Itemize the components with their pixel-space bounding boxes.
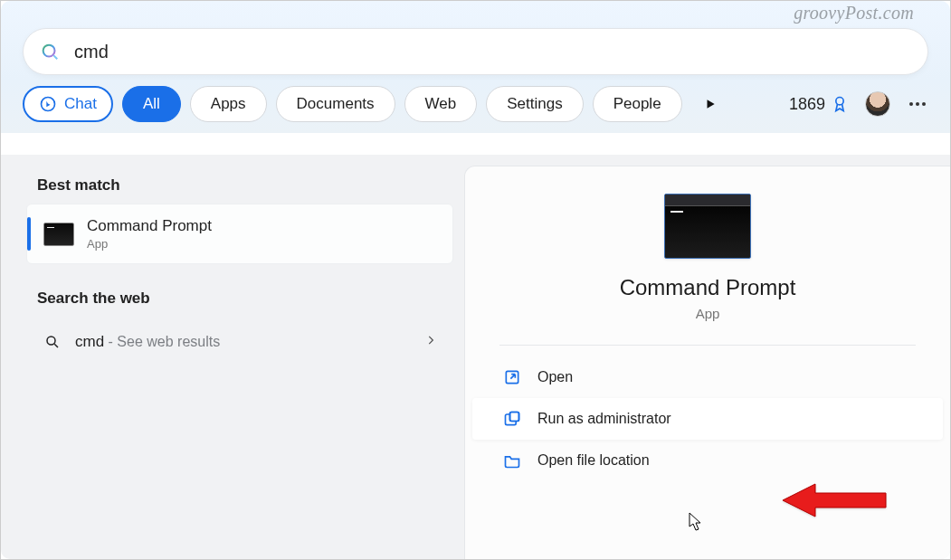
all-filter-button[interactable]: All [122,86,181,122]
folder-icon [503,451,521,470]
run-admin-action-label: Run as administrator [537,411,671,427]
search-bar[interactable] [23,28,928,75]
scroll-filters-icon[interactable] [699,92,722,116]
watermark: groovyPost.com [794,3,914,24]
annotation-arrow [779,480,888,520]
more-icon[interactable] [907,93,928,115]
open-icon [503,368,521,386]
open-file-location-label: Open file location [537,452,650,469]
best-match-heading: Best match [26,176,453,195]
web-result-row[interactable]: cmd - See web results [26,317,453,367]
web-filter-button[interactable]: Web [404,86,478,122]
rewards-points[interactable]: 1869 [789,95,849,114]
search-input[interactable] [72,41,911,63]
divider [499,345,916,346]
svg-line-1 [53,55,57,59]
chat-filter-button[interactable]: Chat [23,86,113,122]
open-action-label: Open [537,369,573,385]
command-prompt-icon [43,223,74,246]
chat-filter-label: Chat [64,95,97,113]
documents-filter-button[interactable]: Documents [276,86,395,122]
best-match-title: Command Prompt [87,217,212,235]
preview-subtitle: App [465,306,950,321]
svg-point-7 [47,337,55,345]
svg-point-5 [916,102,919,106]
rewards-points-value: 1869 [789,95,825,114]
rewards-icon [831,95,849,113]
user-avatar[interactable] [865,91,890,117]
svg-point-3 [836,98,843,105]
search-web-heading: Search the web [26,289,453,308]
documents-filter-label: Documents [297,95,375,113]
open-file-location-action[interactable]: Open file location [472,440,943,481]
svg-point-6 [922,102,926,106]
preview-app-icon [664,194,751,259]
magnifier-icon [44,334,61,350]
apps-filter-button[interactable]: Apps [190,86,267,122]
svg-line-8 [54,344,58,347]
people-filter-button[interactable]: People [593,86,682,122]
settings-filter-button[interactable]: Settings [486,86,583,122]
best-match-result[interactable]: Command Prompt App [26,204,453,264]
web-filter-label: Web [425,95,457,113]
shield-admin-icon [503,410,521,428]
settings-filter-label: Settings [507,95,562,113]
best-match-subtitle: App [87,237,212,251]
apps-filter-label: Apps [211,95,246,113]
bing-chat-icon [39,95,57,113]
search-icon [40,42,60,62]
svg-rect-11 [510,413,519,422]
run-as-administrator-action[interactable]: Run as administrator [472,398,943,440]
people-filter-label: People [613,95,661,113]
all-filter-label: All [143,95,160,113]
svg-point-4 [909,102,913,106]
preview-title: Command Prompt [465,275,950,300]
mouse-cursor [689,512,703,532]
svg-point-0 [43,45,55,57]
web-result-term: cmd [75,333,104,350]
chevron-right-icon [424,334,437,350]
web-result-suffix: - See web results [109,334,221,349]
open-action[interactable]: Open [472,356,943,398]
